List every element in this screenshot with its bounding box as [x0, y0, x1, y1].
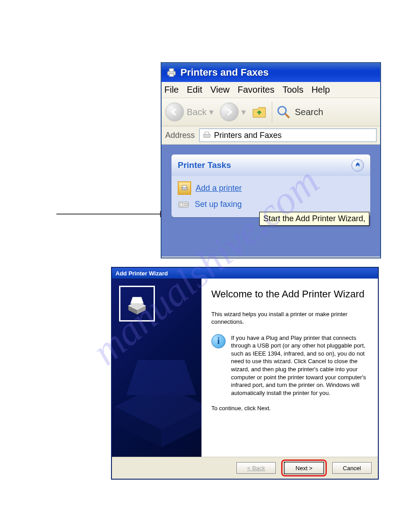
- printer-decor-icon: [112, 337, 201, 453]
- add-printer-wizard-dialog: Add Printer Wizard Welcome to the Add Pr…: [111, 267, 379, 480]
- dialog-titlebar[interactable]: Add Printer Wizard: [112, 268, 378, 279]
- toolbar: Back ▾ ▾ Search: [162, 98, 380, 126]
- dialog-title: Add Printer Wizard: [116, 270, 168, 277]
- add-printer-link[interactable]: Add a printer: [178, 181, 364, 195]
- svg-rect-13: [184, 203, 188, 204]
- setup-faxing-label: Set up faxing: [195, 200, 242, 209]
- address-field[interactable]: Printers and Faxes: [199, 129, 377, 142]
- address-label: Address: [165, 131, 195, 140]
- menu-favorites[interactable]: Favorites: [238, 85, 274, 95]
- svg-marker-18: [131, 297, 144, 304]
- svg-rect-8: [205, 132, 209, 135]
- fax-icon: [178, 199, 190, 209]
- svg-marker-22: [126, 360, 196, 395]
- svg-rect-12: [180, 203, 183, 206]
- back-arrow-icon: [165, 103, 184, 121]
- wizard-heading: Welcome to the Add Printer Wizard: [211, 288, 368, 300]
- printers-faxes-window: Printers and Faxes File Edit View Favori…: [161, 63, 381, 258]
- window-titlebar[interactable]: Printers and Faxes: [162, 63, 380, 82]
- wizard-button-bar: < Back Next > Cancel: [112, 457, 378, 479]
- wizard-intro-text: This wizard helps you install a printer …: [211, 311, 368, 326]
- back-label: Back: [187, 107, 206, 117]
- wizard-info-text: If you have a Plug and Play printer that…: [231, 334, 368, 397]
- wizard-content: Welcome to the Add Printer Wizard This w…: [201, 279, 378, 457]
- next-button[interactable]: Next >: [284, 462, 324, 474]
- svg-rect-4: [169, 74, 174, 77]
- callout-arrow: [56, 210, 173, 219]
- collapse-icon[interactable]: [351, 159, 364, 172]
- toolbar-separator: [272, 102, 272, 122]
- printer-badge-icon: [119, 286, 155, 322]
- svg-rect-10: [183, 185, 186, 188]
- search-button[interactable]: Search: [276, 104, 323, 120]
- menu-file[interactable]: File: [164, 85, 179, 95]
- task-panel-heading: Printer Tasks: [178, 160, 231, 170]
- svg-point-5: [278, 107, 286, 115]
- side-pane: Printer Tasks Add a printer Set up faxin: [162, 145, 380, 257]
- printer-icon: [166, 68, 177, 77]
- chevron-down-icon: ▾: [241, 107, 246, 117]
- search-icon: [276, 104, 291, 120]
- up-folder-button[interactable]: [250, 104, 268, 120]
- back-button[interactable]: Back ▾: [163, 101, 215, 123]
- svg-rect-14: [184, 205, 188, 206]
- info-icon: i: [211, 334, 226, 348]
- wizard-continue-text: To continue, click Next.: [211, 405, 368, 412]
- window-title: Printers and Faxes: [180, 67, 269, 78]
- menu-help[interactable]: Help: [312, 85, 330, 95]
- forward-button[interactable]: ▾: [218, 101, 248, 123]
- menu-tools[interactable]: Tools: [283, 85, 304, 95]
- forward-arrow-icon: [220, 103, 239, 121]
- printer-icon: [202, 131, 211, 139]
- search-label: Search: [295, 107, 323, 117]
- setup-faxing-link[interactable]: Set up faxing: [178, 199, 364, 209]
- chevron-down-icon: ▾: [209, 107, 214, 117]
- svg-rect-3: [169, 69, 174, 72]
- add-printer-icon: [178, 181, 191, 195]
- wizard-sidebar: [112, 279, 201, 457]
- back-button: < Back: [236, 462, 276, 474]
- address-value: Printers and Faxes: [214, 131, 282, 140]
- menu-edit[interactable]: Edit: [187, 85, 202, 95]
- svg-line-6: [285, 114, 289, 118]
- task-panel-header[interactable]: Printer Tasks: [171, 154, 370, 176]
- next-button-highlight: Next >: [281, 459, 327, 476]
- menu-bar: File Edit View Favorites Tools Help: [162, 82, 380, 98]
- add-printer-label: Add a printer: [196, 184, 242, 193]
- menu-view[interactable]: View: [210, 85, 230, 95]
- printer-tasks-panel: Printer Tasks Add a printer Set up faxin: [171, 154, 370, 217]
- address-bar: Address Printers and Faxes: [162, 126, 380, 145]
- cancel-button[interactable]: Cancel: [332, 462, 372, 474]
- tooltip: Start the Add Printer Wizard,: [259, 212, 369, 226]
